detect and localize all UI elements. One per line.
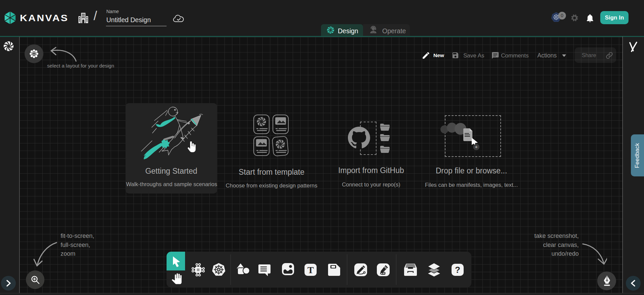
svg-text:T: T (308, 265, 314, 275)
svg-text:?: ? (455, 265, 460, 275)
